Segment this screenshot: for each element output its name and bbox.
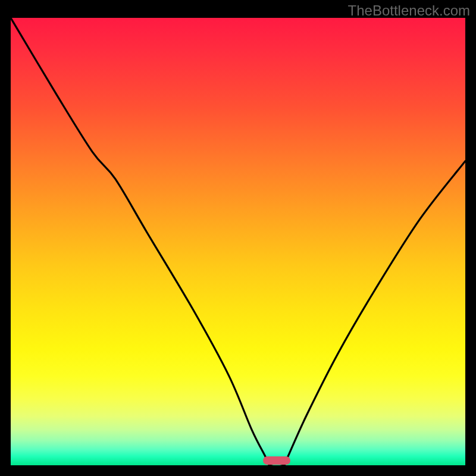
optimal-range-marker xyxy=(263,456,290,465)
chart-container: TheBottleneck.com xyxy=(0,0,476,476)
watermark-text: TheBottleneck.com xyxy=(348,2,470,19)
bottleneck-curve xyxy=(11,18,465,465)
plot-area xyxy=(11,18,465,465)
